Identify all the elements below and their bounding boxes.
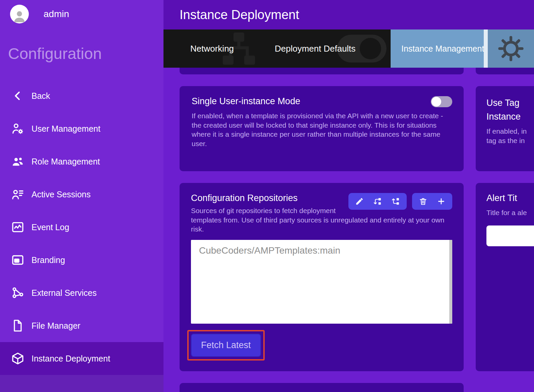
sidebar: admin Configuration Back — [0, 0, 163, 392]
card-description: If enabled, when a template is provision… — [192, 111, 452, 148]
card-title: Alert Tit — [486, 193, 534, 203]
username: admin — [44, 9, 69, 19]
card-title: Single User-instance Mode — [192, 96, 452, 107]
gear-icon — [497, 35, 525, 62]
sidebar-item-branding[interactable]: Branding — [0, 244, 163, 276]
user-row: admin — [0, 0, 163, 23]
repo-list[interactable]: CubeCoders/AMPTemplates:main — [191, 240, 452, 324]
trash-icon[interactable] — [419, 197, 427, 206]
card-configuration-repositories: Configuration Repositories Sources of gi… — [180, 183, 464, 371]
page-header: Instance Deployment — [163, 0, 534, 29]
tab-networking[interactable]: Networking — [190, 29, 234, 68]
plus-icon[interactable] — [437, 197, 446, 206]
toggle-knob — [431, 97, 441, 107]
cube-icon — [10, 352, 25, 365]
sidebar-footer — [0, 375, 163, 392]
card-description: Sources of git repositories to fetch dep… — [191, 206, 452, 234]
tabbar: Networking Deployment Defaults Instance … — [163, 29, 534, 68]
main: Instance Deployment Networking Deploymen… — [163, 0, 534, 392]
nodes-icon — [10, 286, 25, 300]
sidebar-item-active-sessions[interactable]: Active Sessions — [0, 178, 163, 211]
card-description: If enabled, in tag as the in — [486, 127, 534, 146]
section-title: Configuration — [8, 44, 163, 63]
sidebar-nav: Back User Management — [0, 79, 163, 375]
card-title-line: Use Tag — [486, 96, 534, 110]
user-list-icon — [10, 188, 25, 201]
update-repo-icon[interactable] — [391, 197, 400, 206]
main-column: Single User-instance Mode If enabled, wh… — [180, 68, 464, 392]
chevron-left-icon — [10, 90, 25, 101]
repo-toolbar — [348, 193, 452, 210]
single-user-mode-toggle[interactable] — [431, 96, 452, 107]
tab-instance-management-label: Instance Management — [401, 44, 484, 54]
card-stub — [180, 68, 464, 74]
chart-icon — [10, 220, 25, 234]
card-description: Title for a ale — [486, 208, 534, 217]
sidebar-item-external-services[interactable]: External Services — [0, 276, 163, 309]
app: admin Configuration Back — [0, 0, 534, 392]
page-title: Instance Deployment — [180, 8, 299, 22]
pencil-icon[interactable] — [355, 197, 364, 206]
card-single-user-instance-mode: Single User-instance Mode If enabled, wh… — [180, 86, 464, 171]
repo-list-item[interactable]: CubeCoders/AMPTemplates:main — [199, 245, 444, 256]
content: Single User-instance Mode If enabled, wh… — [163, 68, 534, 392]
tab-side-panel — [488, 29, 534, 68]
sidebar-item-event-log[interactable]: Event Log — [0, 211, 163, 244]
user-gear-icon — [10, 122, 25, 135]
avatar[interactable] — [10, 5, 29, 23]
image-icon — [10, 253, 25, 267]
fetch-latest-button[interactable]: Fetch Latest — [191, 334, 261, 357]
sidebar-item-role-management[interactable]: Role Management — [0, 145, 163, 178]
sidebar-item-file-manager[interactable]: File Manager — [0, 309, 163, 342]
repo-list-scrollbar[interactable] — [449, 240, 452, 324]
sidebar-item-user-management[interactable]: User Management — [0, 112, 163, 145]
pull-repo-icon[interactable] — [373, 197, 382, 206]
users-icon — [10, 155, 25, 168]
alert-title-input[interactable] — [486, 225, 534, 246]
sidebar-item-back[interactable]: Back — [0, 79, 163, 112]
repo-toolbar-group-edit — [348, 193, 407, 210]
file-icon — [10, 319, 25, 332]
tab-deployment-defaults[interactable]: Deployment Defaults — [275, 29, 355, 68]
person-icon — [12, 8, 27, 23]
tab-instance-management[interactable]: Instance Management — [391, 29, 534, 68]
card-stub — [476, 68, 534, 74]
repo-toolbar-group-modify — [412, 193, 452, 210]
tab-scroll-strip — [484, 29, 488, 68]
card-stub — [180, 383, 464, 392]
fetch-latest-wrap: Fetch Latest — [191, 334, 261, 357]
sidebar-item-instance-deployment[interactable]: Instance Deployment — [0, 342, 163, 375]
card-title-line: Instance — [486, 110, 534, 124]
card-alert-title: Alert Tit Title for a ale — [476, 183, 534, 371]
right-column: Use Tag Instance If enabled, in tag as t… — [476, 68, 534, 392]
card-use-tag: Use Tag Instance If enabled, in tag as t… — [476, 86, 534, 171]
